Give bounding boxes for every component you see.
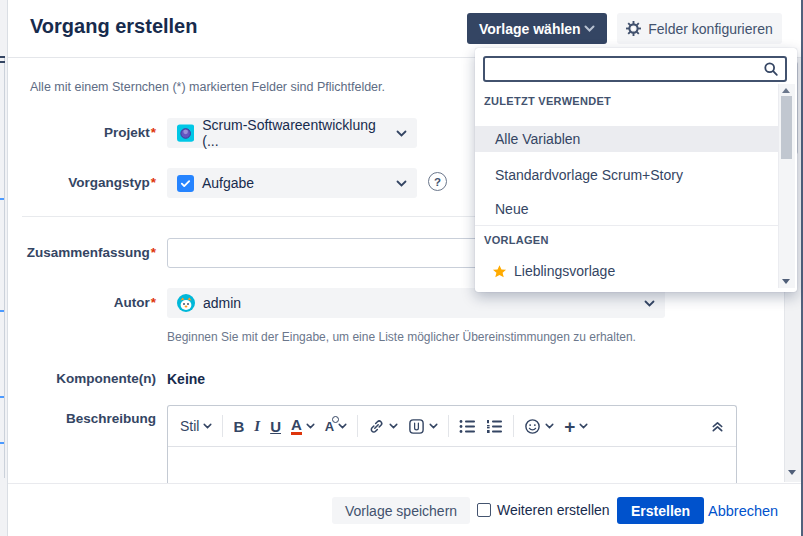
chevron-down-icon xyxy=(644,300,655,307)
save-template-button[interactable]: Vorlage speichern xyxy=(332,497,470,524)
description-editor[interactable]: Stil B I U A A xyxy=(167,405,737,483)
toolbar-divider xyxy=(513,415,514,437)
toolbar-divider xyxy=(448,415,449,437)
chevron-down-icon xyxy=(429,423,438,429)
cancel-link[interactable]: Abbrechen xyxy=(708,503,778,519)
page-title: Vorgang erstellen xyxy=(30,15,197,38)
style-dropdown-button[interactable]: Stil xyxy=(180,418,212,434)
template-dropdown-panel: ZULETZT VERWENDET Alle Variablen Standar… xyxy=(475,48,797,292)
author-helper-text: Beginnen Sie mit der Eingabe, um eine Li… xyxy=(167,330,636,344)
create-another-checkbox[interactable] xyxy=(477,503,491,517)
emoji-icon xyxy=(524,418,541,435)
configure-fields-label: Felder konfigurieren xyxy=(648,21,773,37)
choose-template-button[interactable]: Vorlage wählen xyxy=(467,13,607,44)
description-label: Beschreibung xyxy=(8,411,156,426)
project-avatar-icon xyxy=(177,124,194,142)
scroll-up-icon[interactable] xyxy=(782,88,790,93)
dropdown-scrollbar[interactable] xyxy=(778,84,795,288)
bold-button[interactable]: B xyxy=(233,418,244,435)
toolbar-divider xyxy=(222,415,223,437)
required-marker: * xyxy=(150,245,156,260)
templates-section-header: VORLAGEN xyxy=(484,234,549,246)
template-option-selected[interactable]: Alle Variablen xyxy=(475,126,778,152)
project-select-value: Scrum-Softwareentwicklung (... xyxy=(202,117,388,149)
insert-more-button[interactable]: + xyxy=(564,418,588,435)
numbered-list-button[interactable] xyxy=(486,419,503,434)
italic-button[interactable]: I xyxy=(254,418,260,435)
add-icon: + xyxy=(564,418,575,435)
star-icon xyxy=(492,264,507,279)
configure-fields-button[interactable]: Felder konfigurieren xyxy=(617,13,782,44)
summary-label: Zusammenfassung* xyxy=(8,245,156,260)
create-another-option: Weiteren erstellen xyxy=(477,502,610,518)
scrollbar-thumb[interactable] xyxy=(781,96,792,159)
issue-type-label: Vorgangstyp* xyxy=(8,175,156,190)
chevron-down-icon xyxy=(338,423,347,429)
issue-type-select-value: Aufgabe xyxy=(202,175,254,191)
chevron-down-icon xyxy=(584,25,595,32)
background-page-left-edge xyxy=(0,0,8,536)
author-label: Autor* xyxy=(8,295,156,310)
highlight-color-button[interactable]: A xyxy=(325,419,347,434)
project-select[interactable]: Scrum-Softwareentwicklung (... xyxy=(167,118,417,148)
issue-type-select[interactable]: Aufgabe xyxy=(167,168,417,198)
scroll-down-icon[interactable] xyxy=(782,279,790,284)
create-another-label: Weiteren erstellen xyxy=(497,502,610,518)
author-select[interactable]: admin xyxy=(167,288,665,318)
double-chevron-up-icon xyxy=(711,420,724,433)
help-icon[interactable]: ? xyxy=(428,172,447,191)
recent-section-header: ZULETZT VERWENDET xyxy=(484,95,611,107)
bullet-list-icon xyxy=(459,419,476,434)
chevron-down-icon xyxy=(396,180,407,187)
template-option[interactable]: Neue xyxy=(475,196,778,222)
required-marker: * xyxy=(150,295,156,310)
text-color-button[interactable]: A xyxy=(291,417,315,435)
gear-icon xyxy=(626,21,641,36)
chevron-down-icon xyxy=(389,423,398,429)
link-icon xyxy=(368,418,385,435)
task-type-icon xyxy=(177,175,194,192)
components-label: Komponente(n) xyxy=(8,371,156,386)
chevron-down-icon xyxy=(579,423,588,429)
underline-button[interactable]: U xyxy=(270,418,281,435)
scroll-down-icon[interactable] xyxy=(788,470,796,475)
link-button[interactable] xyxy=(368,418,398,435)
template-option[interactable]: Standardvorlage Scrum+Story xyxy=(475,162,778,188)
attachment-icon xyxy=(408,418,425,435)
numbered-list-icon xyxy=(486,419,503,434)
components-value: Keine xyxy=(167,371,205,387)
collapse-toolbar-button[interactable] xyxy=(711,420,724,433)
highlight-color-icon: A xyxy=(325,419,334,434)
chevron-down-icon xyxy=(203,423,212,429)
chevron-down-icon xyxy=(306,423,315,429)
create-issue-dialog: Vorgang erstellen Vorlage wählen Felder … xyxy=(0,0,803,536)
template-option-favorite[interactable]: Lieblingsvorlage xyxy=(475,258,778,284)
description-textarea[interactable] xyxy=(168,447,736,484)
attachment-button[interactable] xyxy=(408,418,438,435)
required-marker: * xyxy=(150,125,156,140)
required-marker: * xyxy=(150,175,156,190)
search-icon xyxy=(763,61,779,77)
dropdown-divider xyxy=(475,225,778,226)
footer-divider xyxy=(8,483,801,484)
text-color-icon: A xyxy=(291,417,302,435)
chevron-down-icon xyxy=(545,423,554,429)
emoji-button[interactable] xyxy=(524,418,554,435)
toolbar-divider xyxy=(357,415,358,437)
create-button[interactable]: Erstellen xyxy=(617,497,704,524)
chevron-down-icon xyxy=(396,130,407,137)
template-search-input[interactable] xyxy=(491,61,763,78)
template-search-box xyxy=(483,56,787,82)
user-avatar-icon xyxy=(177,294,195,312)
author-select-value: admin xyxy=(203,295,241,311)
choose-template-label: Vorlage wählen xyxy=(479,21,581,37)
bullet-list-button[interactable] xyxy=(459,419,476,434)
project-label: Projekt* xyxy=(8,125,156,140)
required-fields-hint: Alle mit einem Sternchen (*) markierten … xyxy=(30,80,385,94)
editor-toolbar: Stil B I U A A xyxy=(168,406,736,447)
